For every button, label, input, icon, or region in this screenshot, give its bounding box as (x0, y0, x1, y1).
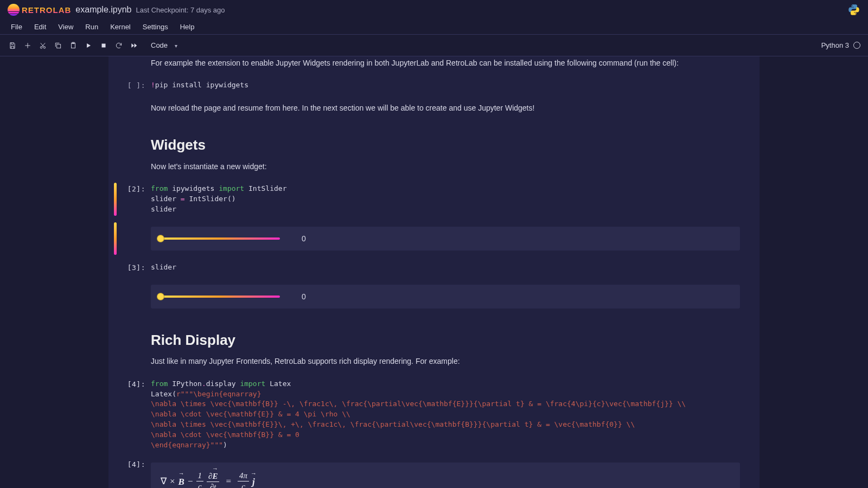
logo[interactable]: RETROLAB (8, 4, 71, 16)
menu-settings[interactable]: Settings (137, 22, 174, 32)
cell-type-label: Code (151, 41, 168, 49)
toolbar: Code ▾ (0, 35, 814, 56)
menu-kernel[interactable]: Kernel (105, 22, 136, 32)
cell-type-select[interactable]: Code ▾ (146, 40, 180, 50)
menu-help[interactable]: Help (175, 22, 200, 32)
menu-run[interactable]: Run (80, 22, 104, 32)
restart-button[interactable] (113, 40, 125, 52)
cut-button[interactable] (37, 40, 49, 52)
run-button[interactable] (82, 40, 94, 52)
chevron-down-icon: ▾ (175, 42, 177, 48)
kernel-status[interactable]: Python 3 (814, 35, 868, 56)
header-bar: RETROLAB example.ipynb Last Checkpoint: … (0, 0, 868, 20)
brand: RETROLAB (22, 5, 71, 15)
menu-bar: File Edit View Run Kernel Settings Help (0, 20, 868, 35)
checkpoint-label: Last Checkpoint: 7 days ago (136, 6, 225, 14)
stop-button[interactable] (98, 40, 110, 52)
menu-view[interactable]: View (53, 22, 79, 32)
kernel-name: Python 3 (821, 41, 849, 49)
menu-file[interactable]: File (5, 22, 28, 32)
svg-rect-5 (102, 43, 106, 47)
menu-edit[interactable]: Edit (29, 22, 52, 32)
paste-button[interactable] (67, 40, 79, 52)
add-cell-button[interactable] (22, 40, 34, 52)
svg-rect-2 (57, 44, 61, 48)
copy-button[interactable] (52, 40, 64, 52)
logo-icon (8, 4, 20, 16)
kernel-idle-icon (853, 42, 860, 49)
save-button[interactable] (7, 40, 18, 52)
notebook-filename[interactable]: example.ipynb (75, 5, 131, 15)
python-logo-icon (847, 3, 860, 16)
run-all-button[interactable] (128, 40, 140, 52)
